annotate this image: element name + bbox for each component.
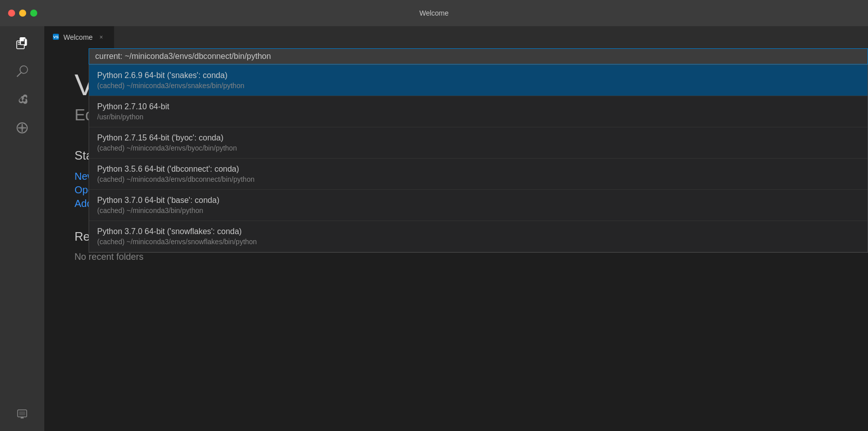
maximize-button[interactable]	[30, 10, 37, 17]
interpreter-item[interactable]: Python 2.6.9 64-bit ('snakes': conda)(ca…	[89, 65, 867, 96]
interpreter-item[interactable]: Python 3.7.0 64-bit ('base': conda)(cach…	[89, 190, 867, 221]
window-title: Welcome	[419, 9, 449, 17]
interpreter-item[interactable]: Python 2.7.15 64-bit ('byoc': conda)(cac…	[89, 127, 867, 159]
interpreter-item-title: Python 3.7.0 64-bit ('snowflakes': conda…	[97, 227, 859, 236]
no-recent-label: No recent folders	[75, 252, 838, 262]
remote-activity-icon[interactable]	[9, 401, 35, 427]
close-button[interactable]	[8, 10, 15, 17]
python-interpreter-dropdown: Python 2.6.9 64-bit ('snakes': conda)(ca…	[89, 48, 868, 253]
interpreter-search-input[interactable]	[95, 52, 861, 61]
app-body: VS Welcome × Visual Stu Editing evolve S…	[0, 26, 868, 431]
activity-bar	[0, 26, 44, 431]
interpreter-item-path: (cached) ~/miniconda3/envs/snakes/bin/py…	[97, 82, 859, 90]
extensions-activity-icon[interactable]	[9, 115, 35, 141]
interpreter-item-title: Python 2.6.9 64-bit ('snakes': conda)	[97, 71, 859, 80]
title-bar: Welcome	[0, 0, 868, 26]
interpreter-item-title: Python 3.5.6 64-bit ('dbconnect': conda)	[97, 165, 859, 174]
interpreter-item-path: (cached) ~/miniconda3/bin/python	[97, 206, 859, 214]
tab-bar: VS Welcome ×	[44, 26, 868, 48]
search-activity-icon[interactable]	[9, 58, 35, 85]
editor-area: VS Welcome × Visual Stu Editing evolve S…	[44, 26, 868, 431]
traffic-lights	[8, 10, 37, 17]
svg-text:VS: VS	[53, 35, 59, 39]
git-activity-icon[interactable]	[9, 87, 35, 113]
dropdown-input-container	[89, 48, 868, 64]
interpreter-item-path: (cached) ~/miniconda3/envs/snowflakes/bi…	[97, 238, 859, 246]
welcome-tab[interactable]: VS Welcome ×	[44, 26, 114, 48]
tab-label: Welcome	[63, 33, 93, 41]
interpreter-item[interactable]: Python 3.5.6 64-bit ('dbconnect': conda)…	[89, 159, 867, 190]
minimize-button[interactable]	[19, 10, 26, 17]
interpreter-item-path: (cached) ~/miniconda3/envs/byoc/bin/pyth…	[97, 144, 859, 152]
svg-point-3	[20, 126, 24, 130]
vscode-tab-icon: VS	[52, 33, 59, 42]
interpreter-item[interactable]: Python 3.7.0 64-bit ('snowflakes': conda…	[89, 221, 867, 252]
interpreter-item-path: (cached) ~/miniconda3/envs/dbconnect/bin…	[97, 175, 859, 183]
interpreter-item-title: Python 2.7.10 64-bit	[97, 102, 859, 111]
tab-close-button[interactable]: ×	[97, 33, 106, 42]
interpreter-item-title: Python 2.7.15 64-bit ('byoc': conda)	[97, 133, 859, 142]
svg-rect-5	[19, 411, 25, 415]
interpreter-item-path: /usr/bin/python	[97, 113, 859, 121]
files-activity-icon[interactable]	[9, 30, 35, 56]
interpreter-item[interactable]: Python 2.7.10 64-bit/usr/bin/python	[89, 96, 867, 127]
interpreter-list: Python 2.6.9 64-bit ('snakes': conda)(ca…	[89, 64, 868, 253]
interpreter-item-title: Python 3.7.0 64-bit ('base': conda)	[97, 196, 859, 205]
